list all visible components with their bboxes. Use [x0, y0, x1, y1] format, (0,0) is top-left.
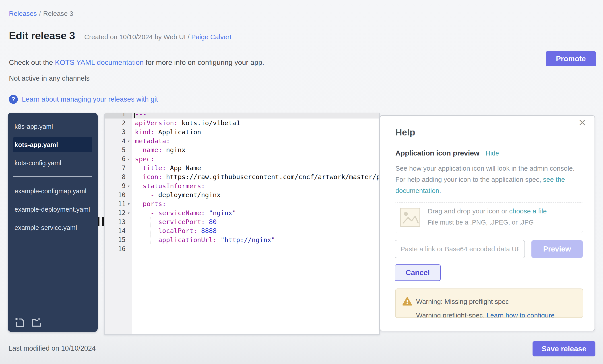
- code-line[interactable]: 11▾ ports:: [104, 199, 379, 208]
- icon-url-input[interactable]: [395, 240, 525, 258]
- text-cursor: [134, 113, 135, 118]
- hide-link[interactable]: Hide: [486, 150, 499, 157]
- warning-detail: Warning preflight-spec. Learn how to con…: [416, 312, 555, 318]
- dropzone-prompt: Drag and drop your icon or: [428, 207, 509, 215]
- line-number: 10: [104, 190, 132, 199]
- last-modified-text: Last modified on 10/10/2024: [9, 344, 96, 353]
- code-line[interactable]: 4▾metadata:: [104, 137, 379, 145]
- code-line[interactable]: 13 servicePort: 80: [104, 217, 379, 226]
- info-prefix: Check out the: [9, 58, 55, 66]
- icon-dropzone[interactable]: Drag and drop your icon or choose a file…: [395, 202, 583, 233]
- warning-detail-text: Warning preflight-spec.: [416, 312, 487, 318]
- line-number: 1: [104, 113, 132, 119]
- file-group-divider: [13, 176, 92, 177]
- resize-bar: [98, 217, 99, 226]
- file-tree-sidebar: k8s-app.yamlkots-app.yamlkots-config.yam…: [8, 113, 98, 332]
- breadcrumb-separator: /: [39, 10, 41, 17]
- preflight-warning-banner: Warning: Missing preflight spec Warning …: [395, 288, 583, 318]
- dropzone-text: Drag and drop your icon or choose a file…: [428, 206, 547, 228]
- editor-content: 1---2apiVersion: kots.io/v1beta13kind: A…: [104, 113, 379, 253]
- description-period: .: [439, 187, 441, 194]
- dropzone-file-types: File must be a .PNG, .JPEG, or .JPG: [428, 217, 547, 228]
- preview-button[interactable]: Preview: [531, 240, 583, 258]
- icon-preview-section-header: Application icon preview Hide: [395, 149, 499, 157]
- fold-arrow-icon[interactable]: ▾: [126, 210, 132, 216]
- promote-button[interactable]: Promote: [546, 51, 596, 66]
- code-line[interactable]: 6▾spec:: [104, 154, 379, 164]
- help-panel-title: Help: [395, 127, 415, 138]
- close-icon[interactable]: ✕: [578, 118, 587, 128]
- line-number: 15: [104, 235, 132, 244]
- code-line[interactable]: 14 localPort: 8888: [104, 226, 379, 235]
- file-item-kots-config.yaml[interactable]: kots-config.yaml: [13, 155, 92, 171]
- file-item-example-service.yaml[interactable]: example-service.yaml: [13, 220, 92, 235]
- fold-arrow-icon[interactable]: ▾: [126, 183, 132, 189]
- line-number: 8: [104, 172, 132, 181]
- file-item-kots-app.yaml[interactable]: kots-app.yaml: [13, 137, 92, 152]
- line-number: 2: [104, 119, 132, 127]
- page-title: Edit release 3: [9, 29, 75, 42]
- code-line[interactable]: 10 - deployment/nginx: [104, 190, 379, 199]
- breadcrumb-current: Release 3: [43, 10, 73, 17]
- fold-arrow-icon[interactable]: ▾: [126, 156, 132, 162]
- code-line[interactable]: 3kind: Application: [104, 128, 379, 137]
- code-line[interactable]: 5 name: nginx: [104, 145, 379, 154]
- breadcrumb: Releases/Release 3: [9, 10, 73, 17]
- line-number: 14: [104, 226, 132, 235]
- line-number: 12▾: [104, 209, 132, 217]
- icon-preview-description: See how your application icon will look …: [395, 163, 580, 196]
- line-number: 13: [104, 217, 132, 226]
- code-line[interactable]: 16: [104, 244, 379, 253]
- release-editor-page: Releases/Release 3 Edit release 3 Create…: [0, 0, 603, 364]
- line-number: 4▾: [104, 137, 132, 145]
- indent-guide: [151, 226, 151, 235]
- resize-bar: [102, 217, 104, 226]
- line-number: 3: [104, 128, 132, 137]
- code-line[interactable]: 7 title: App Name: [104, 164, 379, 172]
- channel-status: Not active in any channels: [9, 74, 90, 82]
- author-link[interactable]: Paige Calvert: [191, 33, 232, 41]
- file-tree-actions: [14, 313, 92, 328]
- kots-yaml-docs-link[interactable]: KOTS YAML documentation: [55, 58, 144, 66]
- cancel-button[interactable]: Cancel: [395, 265, 441, 281]
- title-row: Edit release 3 Created on 10/10/2024 by …: [9, 29, 232, 42]
- created-info: Created on 10/10/2024 by Web UI / Paige …: [84, 33, 232, 41]
- choose-file-link[interactable]: choose a file: [509, 207, 546, 215]
- code-line[interactable]: 9▾ statusInformers:: [104, 182, 379, 190]
- line-number: 9▾: [104, 182, 132, 190]
- file-item-example-deployment.yaml[interactable]: example-deployment.yaml: [13, 202, 92, 217]
- docs-info-line: Check out the KOTS YAML documentation fo…: [9, 58, 264, 66]
- line-number: 11▾: [104, 199, 132, 208]
- sidebar-resize-handle[interactable]: [98, 217, 104, 226]
- fold-arrow-icon[interactable]: ▾: [126, 138, 132, 144]
- new-folder-icon[interactable]: [31, 317, 42, 328]
- created-text: Created on 10/10/2024 by Web UI /: [84, 33, 191, 41]
- file-item-example-configmap.yaml[interactable]: example-configmap.yaml: [13, 184, 92, 199]
- save-release-button[interactable]: Save release: [533, 341, 595, 356]
- git-help-row: ? Learn about managing your releases wit…: [9, 95, 158, 104]
- line-number: 7: [104, 164, 132, 172]
- yaml-editor[interactable]: 1---2apiVersion: kots.io/v1beta13kind: A…: [104, 113, 380, 335]
- line-number: 5: [104, 145, 132, 154]
- image-placeholder-icon: [400, 207, 421, 228]
- git-releases-link[interactable]: Learn about managing your releases with …: [22, 95, 158, 103]
- line-number: 6▾: [104, 154, 132, 164]
- indent-guide: [151, 235, 151, 244]
- new-file-icon[interactable]: [14, 317, 25, 328]
- warning-triangle-icon: [402, 297, 412, 307]
- code-line[interactable]: 2apiVersion: kots.io/v1beta1: [104, 119, 379, 127]
- code-line[interactable]: 15 applicationUrl: "http://nginx": [104, 235, 379, 244]
- code-line[interactable]: 12▾ - serviceName: "nginx": [104, 209, 379, 217]
- learn-configure-link[interactable]: Learn how to configure: [487, 312, 555, 318]
- fold-arrow-icon[interactable]: ▾: [126, 201, 132, 207]
- file-item-k8s-app.yaml[interactable]: k8s-app.yaml: [13, 119, 92, 134]
- line-number: 16: [104, 244, 132, 253]
- question-circle-icon: ?: [9, 95, 18, 104]
- breadcrumb-releases-link[interactable]: Releases: [9, 10, 37, 17]
- code-line[interactable]: 8 icon: https://raw.githubusercontent.co…: [104, 172, 379, 181]
- file-list: k8s-app.yamlkots-app.yamlkots-config.yam…: [8, 113, 98, 235]
- indent-guide: [151, 217, 151, 226]
- code-line[interactable]: 1---: [104, 113, 379, 119]
- warning-title: Warning: Missing preflight spec: [416, 298, 509, 305]
- icon-preview-title: Application icon preview: [395, 149, 479, 157]
